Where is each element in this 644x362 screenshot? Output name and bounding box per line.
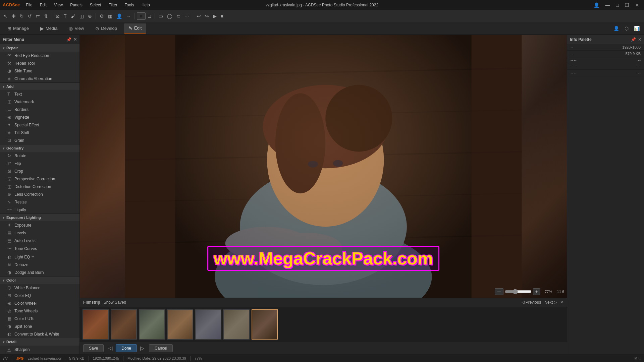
info-close-icon[interactable]: ✕ — [638, 37, 641, 42]
tool-settings[interactable]: ⚙ — [98, 12, 106, 20]
section-geometry-header[interactable]: ▾ Geometry — [0, 144, 79, 152]
filter-repair-tool[interactable]: ⚒ Repair Tool — [0, 59, 79, 67]
filter-bw[interactable]: ◐ Convert to Black & White — [0, 330, 79, 338]
tool-histogram[interactable]: ▦ — [106, 12, 114, 20]
menu-edit[interactable]: Edit — [39, 2, 48, 8]
filter-special-effect[interactable]: ✦ Special Effect — [0, 121, 79, 129]
filter-tilt-shift[interactable]: ◈ Tilt-Shift — [0, 129, 79, 136]
filter-text[interactable]: T Text — [0, 90, 79, 98]
account-icon[interactable]: 👤 — [592, 2, 601, 8]
filter-color-eq[interactable]: ⊟ Color EQ — [0, 292, 79, 299]
tab-edit[interactable]: ✎ Edit — [124, 23, 146, 34]
close-button[interactable]: ✕ — [633, 2, 641, 8]
filter-grain[interactable]: ⊡ Grain — [0, 136, 79, 144]
sidebar-pin-icon[interactable]: 📌 — [66, 37, 71, 42]
tool-magic[interactable]: ⋯ — [183, 12, 191, 20]
filmstrip-close-button[interactable]: ✕ — [560, 300, 564, 305]
filter-exposure[interactable]: ☀ Exposure — [0, 221, 79, 229]
filter-white-balance[interactable]: ⬡ White Balance — [0, 284, 79, 292]
save-next-button[interactable]: ▷ — [138, 344, 146, 352]
filter-tone-curves[interactable]: 〜 Tone Curves — [0, 244, 79, 253]
tool-select[interactable]: ↖ — [2, 12, 9, 20]
filter-color-wheel[interactable]: ◉ Color Wheel — [0, 299, 79, 307]
tool-move[interactable]: ✚ — [10, 12, 17, 20]
tool-rect[interactable]: ▭ — [157, 12, 165, 20]
tool-rotate-ccw[interactable]: ↺ — [26, 12, 34, 20]
canvas-container[interactable]: www.MegaCrackPack.com — + 77% 11 6 — [80, 35, 567, 298]
filter-split-tone[interactable]: ◑ Split Tone — [0, 322, 79, 330]
thumb-3[interactable] — [139, 309, 165, 340]
menu-select[interactable]: Select — [89, 2, 102, 8]
tool-eraser[interactable]: ◫ — [78, 12, 86, 20]
tool-crop[interactable]: ⊠ — [54, 12, 61, 20]
tab-view[interactable]: ◎ View — [64, 23, 89, 34]
menu-help[interactable]: Help — [140, 2, 151, 8]
thumb-5[interactable] — [195, 309, 221, 340]
filter-dehaze[interactable]: ≋ Dehaze — [0, 261, 79, 268]
filter-red-eye-reduction[interactable]: 👁 Red Eye Reduction — [0, 52, 79, 59]
filter-color-luts[interactable]: ▦ Color LUTs — [0, 315, 79, 322]
filter-skin-tune[interactable]: ◑ Skin Tune — [0, 67, 79, 75]
tool-play[interactable]: ▶ — [211, 12, 218, 20]
thumb-2[interactable] — [111, 309, 137, 340]
thumb-4[interactable] — [167, 309, 193, 340]
section-repair-header[interactable]: ▾ Repair — [0, 44, 79, 52]
filter-perspective-correction[interactable]: ◱ Perspective Correction — [0, 175, 79, 183]
cancel-button[interactable]: Cancel — [149, 344, 173, 352]
filter-borders[interactable]: ▭ Borders — [0, 106, 79, 113]
filter-tone-wheels[interactable]: ◎ Tone Wheels — [0, 307, 79, 315]
section-exposure-header[interactable]: ▾ Exposure / Lighting — [0, 214, 79, 221]
filmstrip-thumbnails[interactable] — [80, 307, 567, 342]
tool-clone[interactable]: ⊕ — [86, 12, 94, 20]
tool-rotate-cw[interactable]: ↻ — [18, 12, 25, 20]
thumb-1[interactable] — [83, 309, 109, 340]
status-right-icons[interactable]: ⊠ ⊟ — [634, 356, 641, 360]
save-button[interactable]: Save — [83, 344, 104, 352]
tool-arrow[interactable]: → — [124, 12, 132, 20]
section-add-header[interactable]: ▾ Add — [0, 83, 79, 90]
tool-color-bg[interactable]: □ — [146, 12, 152, 20]
show-saved-button[interactable]: Show Saved — [104, 300, 126, 305]
filter-rotate[interactable]: ↻ Rotate — [0, 152, 79, 160]
save-prev-button[interactable]: ◁ — [106, 344, 114, 352]
tool-color-fg[interactable]: ■ — [137, 12, 146, 20]
thumb-7[interactable] — [252, 309, 278, 340]
next-button[interactable]: Next ▷ — [544, 300, 557, 305]
info-pin-icon[interactable]: 📌 — [631, 37, 636, 42]
tool-flip-v[interactable]: ⇅ — [42, 12, 50, 20]
filter-distortion-correction[interactable]: ◫ Distortion Correction — [0, 183, 79, 190]
tool-redo[interactable]: ↪ — [203, 12, 211, 20]
menu-tools[interactable]: Tools — [123, 2, 136, 8]
filter-dodge-burn[interactable]: ◑ Dodge and Burn — [0, 268, 79, 276]
tool-flip-h[interactable]: ⇄ — [34, 12, 42, 20]
menu-file[interactable]: File — [24, 2, 34, 8]
tab-manage[interactable]: ⊞ Manage — [3, 23, 34, 34]
tool-lasso[interactable]: ⊂ — [175, 12, 182, 20]
filter-lens-correction[interactable]: ⊕ Lens Correction — [0, 190, 79, 198]
filter-flip[interactable]: ⇄ Flip — [0, 160, 79, 167]
nav-chart[interactable]: 📊 — [632, 25, 641, 32]
tool-text[interactable]: T — [62, 12, 68, 20]
nav-share[interactable]: ⬡ — [623, 25, 630, 32]
minimize-button[interactable]: — — [603, 2, 612, 8]
thumb-6[interactable] — [223, 309, 250, 340]
menu-filter[interactable]: Filter — [107, 2, 119, 8]
section-color-header[interactable]: ▾ Color — [0, 277, 79, 284]
menu-panels[interactable]: Panels — [69, 2, 84, 8]
zoom-slider[interactable] — [505, 289, 532, 294]
filter-vignette[interactable]: ◉ Vignette — [0, 113, 79, 121]
tool-stop[interactable]: ■ — [219, 12, 225, 20]
filter-chromatic-aberration[interactable]: ◈ Chromatic Aberration — [0, 75, 79, 82]
tool-paint[interactable]: 🖌 — [69, 12, 77, 20]
tab-media[interactable]: ▶ Media — [36, 23, 62, 34]
zoom-out-button[interactable]: — — [495, 288, 503, 295]
tab-develop[interactable]: ⊙ Develop — [91, 23, 122, 34]
tool-person[interactable]: 👤 — [115, 12, 124, 20]
nav-account[interactable]: 👤 — [612, 25, 621, 32]
filter-auto-levels[interactable]: ▤ Auto Levels — [0, 237, 79, 244]
filter-sharpen[interactable]: △ Sharpen — [0, 346, 79, 353]
tool-ellipse[interactable]: ◯ — [165, 12, 174, 20]
menu-view[interactable]: View — [53, 2, 64, 8]
tool-undo[interactable]: ↩ — [195, 12, 203, 20]
section-detail-header[interactable]: ▾ Detail — [0, 338, 79, 346]
